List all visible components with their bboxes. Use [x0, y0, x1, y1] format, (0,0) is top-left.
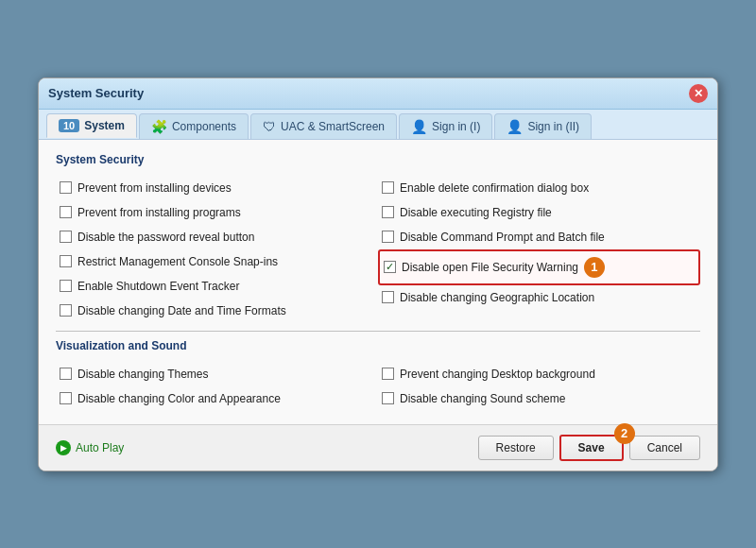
checkbox-disable-datetime[interactable] — [60, 304, 72, 317]
left-column: Prevent from installing devices Prevent … — [56, 176, 378, 323]
label-prevent-desktop: Prevent changing Desktop background — [400, 368, 595, 381]
section-system-security-label: System Security — [56, 153, 700, 168]
tab-bar: 10 System 🧩 Components 🛡 UAC & SmartScre… — [39, 110, 717, 140]
tab-components-label: Components — [172, 120, 236, 133]
option-restrict-console: Restrict Management Console Snap-ins — [56, 249, 378, 274]
option-prevent-devices: Prevent from installing devices — [56, 176, 378, 200]
checkbox-disable-registry[interactable] — [382, 206, 394, 218]
shield-icon: 🛡 — [263, 119, 276, 134]
label-disable-color: Disable changing Color and Appearance — [77, 392, 281, 405]
close-button[interactable]: ✕ — [689, 84, 708, 103]
label-prevent-devices: Prevent from installing devices — [77, 181, 232, 195]
checkbox-disable-themes[interactable] — [60, 368, 72, 380]
option-enable-shutdown: Enable Shutdown Event Tracker — [56, 274, 378, 299]
viz-left-column: Disable changing Themes Disable changing… — [56, 362, 378, 411]
label-disable-sound: Disable changing Sound scheme — [400, 392, 565, 405]
option-disable-sound: Disable changing Sound scheme — [378, 386, 700, 411]
checkbox-disable-password[interactable] — [60, 231, 72, 243]
tab-uac-label: UAC & SmartScreen — [281, 120, 385, 133]
option-disable-color: Disable changing Color and Appearance — [56, 386, 378, 411]
option-disable-command: Disable Command Prompt and Batch file — [378, 225, 700, 249]
tab-uac[interactable]: 🛡 UAC & SmartScreen — [250, 113, 397, 139]
checkbox-disable-security-warning[interactable] — [384, 261, 396, 273]
restore-button[interactable]: Restore — [478, 436, 554, 460]
option-prevent-desktop: Prevent changing Desktop background — [378, 362, 700, 386]
label-enable-delete: Enable delete confirmation dialog box — [400, 181, 589, 195]
components-icon: 🧩 — [151, 119, 167, 134]
footer-buttons: Restore Save 2 Cancel — [478, 435, 700, 461]
label-disable-datetime: Disable changing Date and Time Formats — [77, 304, 286, 317]
right-column: Enable delete confirmation dialog box Di… — [378, 176, 700, 323]
user-icon-1: 👤 — [411, 119, 427, 134]
tab-system[interactable]: 10 System — [46, 113, 137, 138]
section-visualization-label: Visualization and Sound — [56, 339, 700, 354]
tab-signin1-label: Sign in (I) — [432, 120, 480, 133]
label-disable-command: Disable Command Prompt and Batch file — [400, 231, 605, 244]
system-security-window: System Security ✕ 10 System 🧩 Components… — [38, 77, 718, 471]
option-prevent-programs: Prevent from installing programs — [56, 200, 378, 225]
auto-play-label: Auto Play — [76, 441, 124, 454]
checkbox-disable-color[interactable] — [60, 392, 72, 404]
label-disable-geographic: Disable changing Geographic Location — [400, 291, 594, 304]
label-prevent-programs: Prevent from installing programs — [77, 206, 241, 219]
checkbox-prevent-devices[interactable] — [60, 181, 72, 194]
option-enable-delete: Enable delete confirmation dialog box — [378, 176, 700, 200]
window-title: System Security — [48, 86, 144, 100]
viz-right-column: Prevent changing Desktop background Disa… — [378, 362, 700, 411]
label-disable-password: Disable the password reveal button — [77, 231, 254, 244]
content-area: System Security Prevent from installing … — [39, 140, 717, 424]
checkbox-prevent-desktop[interactable] — [382, 368, 394, 380]
step-badge-1: 1 — [584, 257, 605, 278]
tab-signin2-label: Sign in (II) — [527, 120, 579, 133]
visualization-options: Disable changing Themes Disable changing… — [56, 362, 700, 411]
tab-system-number: 10 — [59, 119, 79, 132]
checkbox-restrict-console[interactable] — [60, 255, 72, 267]
checkbox-disable-command[interactable] — [382, 231, 394, 243]
save-button[interactable]: Save — [559, 435, 624, 461]
option-disable-datetime: Disable changing Date and Time Formats — [56, 299, 378, 323]
checkbox-prevent-programs[interactable] — [60, 206, 72, 218]
option-disable-password: Disable the password reveal button — [56, 225, 378, 249]
system-security-options: Prevent from installing devices Prevent … — [56, 176, 700, 323]
section-divider — [56, 331, 700, 332]
tab-components[interactable]: 🧩 Components — [139, 113, 249, 139]
title-bar: System Security ✕ — [39, 78, 717, 110]
checkbox-disable-sound[interactable] — [382, 392, 394, 404]
label-restrict-console: Restrict Management Console Snap-ins — [77, 255, 278, 268]
title-bar-left: System Security — [48, 86, 144, 100]
user-icon-2: 👤 — [507, 119, 523, 134]
tab-signin2[interactable]: 👤 Sign in (II) — [494, 113, 592, 139]
label-disable-registry: Disable executing Registry file — [400, 206, 552, 219]
tab-system-label: System — [84, 119, 125, 132]
tab-signin1[interactable]: 👤 Sign in (I) — [399, 113, 492, 139]
option-disable-security-warning: Disable open File Security Warning 1 — [378, 249, 700, 285]
label-disable-themes: Disable changing Themes — [77, 368, 209, 381]
label-disable-security-warning: Disable open File Security Warning — [402, 261, 578, 274]
footer: ▶ Auto Play Restore Save 2 Cancel — [39, 424, 717, 471]
play-icon: ▶ — [56, 440, 71, 455]
option-disable-registry: Disable executing Registry file — [378, 200, 700, 225]
checkbox-enable-shutdown[interactable] — [60, 280, 72, 292]
option-disable-geographic: Disable changing Geographic Location — [378, 285, 700, 310]
option-disable-themes: Disable changing Themes — [56, 362, 378, 386]
cancel-button[interactable]: Cancel — [629, 436, 700, 460]
checkbox-disable-geographic[interactable] — [382, 291, 394, 303]
auto-play-button[interactable]: ▶ Auto Play — [56, 440, 124, 455]
checkbox-enable-delete[interactable] — [382, 181, 394, 194]
save-wrapper: Save 2 — [559, 435, 624, 461]
step-badge-2: 2 — [614, 423, 635, 444]
label-enable-shutdown: Enable Shutdown Event Tracker — [77, 280, 239, 293]
